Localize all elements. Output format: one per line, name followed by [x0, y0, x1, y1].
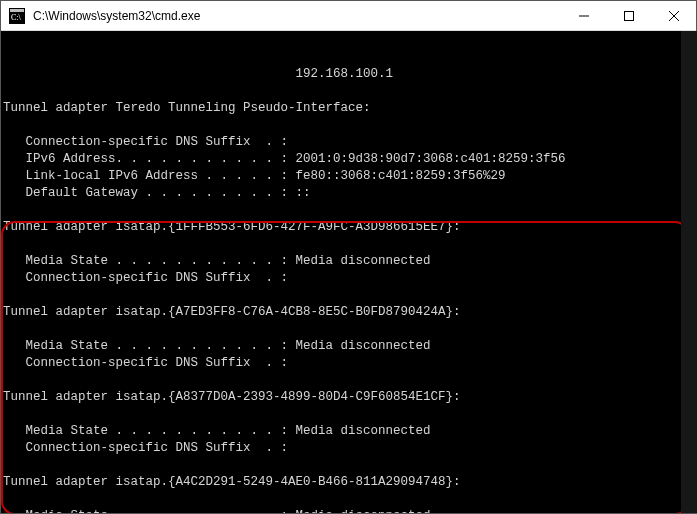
teredo-header: Tunnel adapter Teredo Tunneling Pseudo-I…: [3, 101, 371, 115]
isatap-header: Tunnel adapter isatap.{A4C2D291-5249-4AE…: [3, 475, 461, 489]
teredo-ipv6: IPv6 Address. . . . . . . . . . . : 2001…: [3, 152, 566, 166]
svg-text:C:\: C:\: [11, 13, 22, 22]
cmd-window: C:\ C:\Windows\system32\cmd.exe 192.168.…: [0, 0, 697, 514]
teredo-dns: Connection-specific DNS Suffix . :: [3, 135, 288, 149]
close-button[interactable]: [651, 1, 696, 30]
terminal-text: 192.168.100.1 Tunnel adapter Teredo Tunn…: [3, 66, 696, 513]
cmd-icon: C:\: [9, 8, 25, 24]
isatap-media: Media State . . . . . . . . . . . : Medi…: [3, 254, 431, 268]
terminal-output[interactable]: 192.168.100.1 Tunnel adapter Teredo Tunn…: [1, 31, 696, 513]
teredo-linklocal: Link-local IPv6 Address . . . . . : fe80…: [3, 169, 506, 183]
isatap-header: Tunnel adapter isatap.{1FFFB553-6FD6-427…: [3, 220, 461, 234]
terminal-scrollbar[interactable]: [681, 31, 697, 513]
maximize-button[interactable]: [606, 1, 651, 30]
window-title: C:\Windows\system32\cmd.exe: [31, 9, 561, 23]
isatap-dns: Connection-specific DNS Suffix . :: [3, 356, 288, 370]
minimize-button[interactable]: [561, 1, 606, 30]
ip-line: 192.168.100.1: [3, 67, 393, 81]
titlebar[interactable]: C:\ C:\Windows\system32\cmd.exe: [1, 1, 696, 31]
isatap-media: Media State . . . . . . . . . . . : Medi…: [3, 424, 431, 438]
svg-rect-1: [10, 9, 24, 12]
isatap-media: Media State . . . . . . . . . . . : Medi…: [3, 509, 431, 513]
window-controls: [561, 1, 696, 30]
isatap-header: Tunnel adapter isatap.{A7ED3FF8-C76A-4CB…: [3, 305, 461, 319]
teredo-gateway: Default Gateway . . . . . . . . . : ::: [3, 186, 311, 200]
isatap-header: Tunnel adapter isatap.{A8377D0A-2393-489…: [3, 390, 461, 404]
isatap-dns: Connection-specific DNS Suffix . :: [3, 271, 288, 285]
isatap-media: Media State . . . . . . . . . . . : Medi…: [3, 339, 431, 353]
isatap-dns: Connection-specific DNS Suffix . :: [3, 441, 288, 455]
svg-rect-4: [624, 11, 633, 20]
